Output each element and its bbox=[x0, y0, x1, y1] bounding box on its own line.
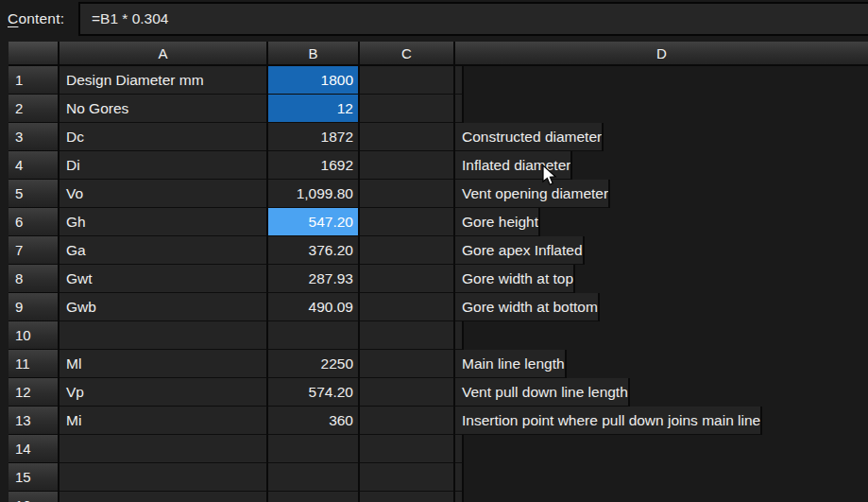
sheet-row-12: 12Vp574.20Vent pull down line length bbox=[9, 378, 868, 407]
cell-D7[interactable]: Gore apex Inflated bbox=[455, 236, 585, 265]
cell-C4[interactable] bbox=[360, 151, 455, 180]
cell-A8[interactable]: Gwt bbox=[60, 265, 268, 293]
column-header-C[interactable]: C bbox=[360, 42, 455, 66]
cell-B14[interactable] bbox=[268, 435, 360, 463]
cell-B11[interactable]: 2250 bbox=[268, 350, 360, 378]
cell-B15[interactable] bbox=[268, 463, 360, 492]
cell-A2[interactable]: No Gores bbox=[60, 95, 268, 123]
cell-D6[interactable]: Gore height bbox=[455, 208, 540, 236]
cell-C5[interactable] bbox=[360, 180, 455, 208]
cell-A15[interactable] bbox=[60, 463, 268, 492]
sheet-row-7: 7Ga376.20Gore apex Inflated bbox=[9, 236, 868, 265]
cell-D8[interactable]: Gore width at top bbox=[455, 265, 575, 293]
row-header-7[interactable]: 7 bbox=[9, 236, 60, 265]
cell-D15[interactable] bbox=[455, 463, 464, 492]
cell-B6[interactable]: 547.20 bbox=[268, 208, 360, 236]
cell-A16[interactable] bbox=[60, 492, 268, 502]
cell-D1[interactable] bbox=[455, 66, 464, 95]
row-header-5[interactable]: 5 bbox=[9, 180, 60, 208]
cell-A1[interactable]: Design Diameter mm bbox=[60, 66, 268, 95]
select-all-corner[interactable] bbox=[9, 42, 60, 66]
column-header-D[interactable]: D bbox=[455, 42, 868, 66]
row-header-2[interactable]: 2 bbox=[9, 95, 60, 123]
cell-B2[interactable]: 12 bbox=[268, 95, 360, 123]
cell-D9[interactable]: Gore width at bottom bbox=[455, 293, 600, 321]
cell-C12[interactable] bbox=[360, 378, 455, 407]
cell-A7[interactable]: Ga bbox=[60, 236, 268, 265]
cell-B8[interactable]: 287.93 bbox=[268, 265, 360, 293]
formula-bar-label: Content: bbox=[8, 0, 64, 38]
cell-B3[interactable]: 1872 bbox=[268, 123, 360, 151]
cell-B16[interactable] bbox=[268, 492, 360, 502]
cell-D4[interactable]: Inflated diameter bbox=[455, 151, 572, 180]
spreadsheet-app: { "formula_bar": { "label_accel": "C", "… bbox=[0, 0, 868, 502]
cell-B13[interactable]: 360 bbox=[268, 407, 360, 435]
cell-C2[interactable] bbox=[360, 95, 455, 123]
cell-A12[interactable]: Vp bbox=[60, 378, 268, 407]
row-header-8[interactable]: 8 bbox=[9, 265, 60, 293]
cell-C9[interactable] bbox=[360, 293, 455, 321]
column-header-row: ABCD bbox=[9, 42, 868, 66]
row-header-11[interactable]: 11 bbox=[9, 350, 60, 378]
cell-D16[interactable] bbox=[455, 492, 464, 502]
cell-C11[interactable] bbox=[360, 350, 455, 378]
cell-B10[interactable] bbox=[268, 321, 360, 350]
cell-A6[interactable]: Gh bbox=[60, 208, 268, 236]
cell-D10[interactable] bbox=[455, 321, 464, 350]
cell-A9[interactable]: Gwb bbox=[60, 293, 268, 321]
row-header-16[interactable]: 16 bbox=[9, 492, 60, 502]
cell-A13[interactable]: Mi bbox=[60, 407, 268, 435]
sheet-row-13: 13Mi360Insertion point where pull down j… bbox=[9, 407, 868, 435]
sheet-row-3: 3Dc1872Constructed diameter bbox=[9, 123, 868, 151]
column-header-B[interactable]: B bbox=[268, 42, 360, 66]
row-header-4[interactable]: 4 bbox=[9, 151, 60, 180]
cell-A10[interactable] bbox=[60, 321, 268, 350]
cell-B9[interactable]: 490.09 bbox=[268, 293, 360, 321]
cell-A11[interactable]: Ml bbox=[60, 350, 268, 378]
sheet-row-6: 6Gh547.20Gore height bbox=[9, 208, 868, 236]
cell-A4[interactable]: Di bbox=[60, 151, 268, 180]
row-header-15[interactable]: 15 bbox=[9, 463, 60, 492]
column-header-A[interactable]: A bbox=[60, 42, 268, 66]
formula-bar-label-accel: C bbox=[8, 10, 18, 27]
row-header-12[interactable]: 12 bbox=[9, 378, 60, 407]
formula-bar: Content: =B1 * 0.304 bbox=[0, 0, 868, 38]
formula-input[interactable]: =B1 * 0.304 bbox=[78, 2, 868, 36]
cell-C7[interactable] bbox=[360, 236, 455, 265]
cell-D5[interactable]: Vent opening diameter bbox=[455, 180, 610, 208]
cell-C6[interactable] bbox=[360, 208, 455, 236]
row-header-6[interactable]: 6 bbox=[9, 208, 60, 236]
row-header-14[interactable]: 14 bbox=[9, 435, 60, 463]
cell-C16[interactable] bbox=[360, 492, 455, 502]
row-header-1[interactable]: 1 bbox=[9, 66, 60, 95]
cell-D12[interactable]: Vent pull down line length bbox=[455, 378, 630, 407]
cell-D13[interactable]: Insertion point where pull down joins ma… bbox=[455, 407, 762, 435]
cell-B7[interactable]: 376.20 bbox=[268, 236, 360, 265]
cell-B4[interactable]: 1692 bbox=[268, 151, 360, 180]
row-header-13[interactable]: 13 bbox=[9, 407, 60, 435]
cell-A14[interactable] bbox=[60, 435, 268, 463]
cell-C1[interactable] bbox=[360, 66, 455, 95]
cell-C14[interactable] bbox=[360, 435, 455, 463]
cell-C10[interactable] bbox=[360, 321, 455, 350]
cell-C15[interactable] bbox=[360, 463, 455, 492]
cell-D3[interactable]: Constructed diameter bbox=[455, 123, 604, 151]
sheet-row-4: 4Di1692Inflated diameter bbox=[9, 151, 868, 180]
cell-D14[interactable] bbox=[455, 435, 464, 463]
row-header-9[interactable]: 9 bbox=[9, 293, 60, 321]
cell-C3[interactable] bbox=[360, 123, 455, 151]
cell-C13[interactable] bbox=[360, 407, 455, 435]
formula-input-value: =B1 * 0.304 bbox=[92, 10, 168, 27]
cell-D11[interactable]: Main line length bbox=[455, 350, 567, 378]
cell-D2[interactable] bbox=[455, 95, 464, 123]
row-header-10[interactable]: 10 bbox=[9, 321, 60, 350]
sheet-row-14: 14 bbox=[9, 435, 868, 463]
cell-B5[interactable]: 1,099.80 bbox=[268, 180, 360, 208]
cell-A3[interactable]: Dc bbox=[60, 123, 268, 151]
cell-B1[interactable]: 1800 bbox=[268, 66, 360, 95]
row-header-3[interactable]: 3 bbox=[9, 123, 60, 151]
cell-B12[interactable]: 574.20 bbox=[268, 378, 360, 407]
spreadsheet-grid: ABCD 1Design Diameter mm18002No Gores123… bbox=[9, 42, 868, 502]
cell-C8[interactable] bbox=[360, 265, 455, 293]
cell-A5[interactable]: Vo bbox=[60, 180, 268, 208]
